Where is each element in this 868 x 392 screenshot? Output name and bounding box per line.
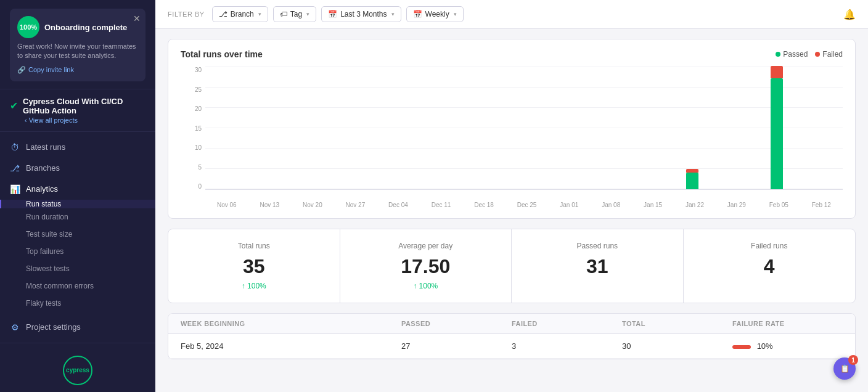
col-total: TOTAL xyxy=(622,320,732,327)
tag-filter-label: Tag xyxy=(290,10,302,18)
cell-total: 30 xyxy=(622,341,732,351)
sidebar-item-label: Latest runs xyxy=(26,142,65,152)
sidebar-item-label: Project settings xyxy=(26,322,81,332)
calendar-icon: 📅 xyxy=(328,10,337,18)
sidebar-subitem-flaky-tests[interactable]: Flaky tests xyxy=(0,295,155,312)
chart-area: 30 25 20 15 10 5 0 xyxy=(181,67,843,208)
cell-week: Feb 5, 2024 xyxy=(181,341,401,351)
cypress-logo-text: cypress xyxy=(66,367,89,374)
sidebar-item-analytics[interactable]: 📊 Analytics xyxy=(0,179,155,200)
avg-per-day-value: 17.50 xyxy=(353,255,499,278)
sidebar: ✕ 100% Onboarding complete Great work! N… xyxy=(0,0,155,392)
y-axis: 30 25 20 15 10 5 0 xyxy=(181,67,205,190)
chart-legend: Passed Failed xyxy=(776,50,843,59)
sub-item-label: Slowest tests xyxy=(26,264,70,273)
onboarding-card: ✕ 100% Onboarding complete Great work! N… xyxy=(10,9,145,81)
filter-toolbar: FILTER BY ⎇ Branch ▾ 🏷 Tag ▾ 📅 Last 3 Mo… xyxy=(155,0,868,29)
cell-failure-rate: 10% xyxy=(732,341,843,351)
failed-dot xyxy=(815,52,820,57)
sidebar-subitem-most-common-errors[interactable]: Most common errors xyxy=(0,277,155,295)
avg-per-day-label: Average per day xyxy=(353,242,499,250)
chevron-down-icon: ▾ xyxy=(454,11,457,17)
total-runs-label: Total runs xyxy=(181,242,327,250)
chevron-down-icon: ▾ xyxy=(391,11,395,17)
sidebar-item-branches[interactable]: ⎇ Branches xyxy=(0,158,155,179)
failed-runs-label: Failed runs xyxy=(696,242,843,250)
clock-icon: ⏱ xyxy=(10,142,20,152)
main-scrollable-content: Total runs over time Passed Failed 30 25… xyxy=(155,29,868,392)
chevron-down-icon: ▾ xyxy=(306,11,309,17)
col-passed: PASSED xyxy=(401,320,512,327)
filter-by-label: FILTER BY xyxy=(168,10,205,18)
total-runs-change: 100% xyxy=(181,282,327,290)
interval-filter[interactable]: 📅 Weekly ▾ xyxy=(406,6,464,22)
chat-icon: 📋 xyxy=(840,364,850,373)
avg-per-day-change: 100% xyxy=(353,282,499,290)
view-all-projects[interactable]: ‹ View all projects xyxy=(25,116,145,124)
chat-button[interactable]: 📋 1 xyxy=(833,357,856,380)
stats-row: Total runs 35 100% Average per day 17.50… xyxy=(168,229,856,303)
sidebar-subitem-top-failures[interactable]: Top failures xyxy=(0,243,155,260)
sub-item-label: Run duration xyxy=(26,213,68,221)
col-failure-rate: FAILURE RATE xyxy=(732,320,843,327)
copy-invite-link[interactable]: 🔗 Copy invite link xyxy=(17,66,138,74)
link-text: Copy invite link xyxy=(28,66,74,73)
failed-legend-label: Failed xyxy=(822,50,843,59)
runs-table: WEEK BEGINNING PASSED FAILED TOTAL FAILU… xyxy=(168,313,856,359)
branch-icon: ⎇ xyxy=(10,163,20,173)
failed-runs-stat: Failed runs 4 xyxy=(684,229,856,303)
x-axis: Nov 06 Nov 13 Nov 20 Nov 27 Dec 04 Dec 1… xyxy=(205,198,843,208)
interval-icon: 📅 xyxy=(413,10,422,18)
col-failed: FAILED xyxy=(512,320,622,327)
branch-filter-icon: ⎇ xyxy=(219,10,227,18)
notification-button[interactable]: 🔔 xyxy=(843,9,856,20)
tag-filter-icon: 🏷 xyxy=(280,10,287,18)
bar-failed xyxy=(771,66,783,78)
chevron-down-icon: ▾ xyxy=(258,11,261,17)
interval-filter-label: Weekly xyxy=(425,10,449,18)
bar-group xyxy=(768,66,785,189)
tag-filter[interactable]: 🏷 Tag ▾ xyxy=(273,6,316,22)
onboarding-badge: 100% xyxy=(17,16,39,38)
main-content-area: FILTER BY ⎇ Branch ▾ 🏷 Tag ▾ 📅 Last 3 Mo… xyxy=(155,0,868,392)
onboarding-description: Great work! Now invite your teammates to… xyxy=(17,42,138,61)
sidebar-navigation: ⏱ Latest runs ⎇ Branches 📊 Analytics Run… xyxy=(0,132,155,343)
analytics-icon: 📊 xyxy=(10,184,20,194)
sidebar-subitem-run-duration[interactable]: Run duration xyxy=(0,208,155,226)
cell-failed: 3 xyxy=(512,341,622,351)
passed-legend-label: Passed xyxy=(783,50,808,59)
bars-container xyxy=(205,67,843,189)
col-week: WEEK BEGINNING xyxy=(181,320,401,327)
failure-rate-bar xyxy=(732,345,751,349)
sub-item-label: Most common errors xyxy=(26,282,94,290)
sidebar-item-label: Analytics xyxy=(26,184,58,194)
bar-group xyxy=(684,169,701,189)
failed-runs-value: 4 xyxy=(696,255,843,278)
sidebar-subitem-test-suite-size[interactable]: Test suite size xyxy=(0,226,155,243)
cell-passed: 27 xyxy=(401,341,512,351)
date-filter[interactable]: 📅 Last 3 Months ▾ xyxy=(321,6,401,22)
avg-per-day-stat: Average per day 17.50 100% xyxy=(340,229,512,303)
sub-item-label: Run status xyxy=(26,200,61,208)
sidebar-item-project-settings[interactable]: ⚙ Project settings xyxy=(0,317,155,338)
sidebar-header: ✕ 100% Onboarding complete Great work! N… xyxy=(0,0,155,89)
branch-filter-label: Branch xyxy=(231,10,254,18)
bar-failed xyxy=(686,169,698,173)
sub-item-label: Flaky tests xyxy=(26,299,61,308)
project-name: Cypress Cloud With CI/CD GitHub Action xyxy=(23,97,145,115)
check-icon: ✔ xyxy=(10,100,18,112)
branch-filter[interactable]: ⎇ Branch ▾ xyxy=(212,6,268,22)
link-icon: 🔗 xyxy=(17,66,26,74)
bar-passed xyxy=(686,173,698,189)
passed-runs-label: Passed runs xyxy=(524,242,671,250)
close-icon[interactable]: ✕ xyxy=(133,14,141,23)
passed-runs-value: 31 xyxy=(524,255,671,278)
table-row[interactable]: Feb 5, 2024 27 3 30 10% xyxy=(168,334,855,359)
sidebar-subitem-run-status[interactable]: Run status xyxy=(0,200,155,208)
sidebar-item-latest-runs[interactable]: ⏱ Latest runs xyxy=(0,137,155,158)
chart-title: Total runs over time xyxy=(181,49,263,59)
chart-card: Total runs over time Passed Failed 30 25… xyxy=(168,39,856,219)
sidebar-subitem-slowest-tests[interactable]: Slowest tests xyxy=(0,260,155,277)
table-header: WEEK BEGINNING PASSED FAILED TOTAL FAILU… xyxy=(168,314,855,334)
total-runs-stat: Total runs 35 100% xyxy=(168,229,340,303)
